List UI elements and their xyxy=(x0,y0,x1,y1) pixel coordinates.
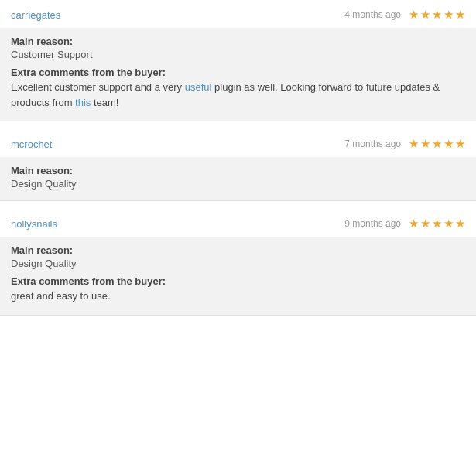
star-4: ★ xyxy=(443,217,454,231)
main-reason-value-3: Design Quality xyxy=(11,258,465,269)
star-3: ★ xyxy=(432,8,442,22)
link-this: this xyxy=(75,97,91,108)
extra-comment-text-3: great and easy to use. xyxy=(11,289,465,304)
star-1: ★ xyxy=(409,8,419,22)
gap-1 xyxy=(0,121,476,129)
star-3: ★ xyxy=(432,217,442,231)
review-block-2: mcrochet 7 months ago ★ ★ ★ ★ ★ Main rea… xyxy=(0,129,476,201)
main-reason-section-2: Main reason: Design Quality xyxy=(11,165,465,190)
main-reason-value-2: Design Quality xyxy=(11,178,465,190)
link-useful: useful xyxy=(185,81,212,93)
review-body-1: Main reason: Customer Support Extra comm… xyxy=(0,28,476,121)
review-header-3: hollysnails 9 months ago ★ ★ ★ ★ ★ xyxy=(0,209,476,237)
star-2: ★ xyxy=(420,8,430,22)
star-2: ★ xyxy=(420,137,430,151)
main-reason-section-1: Main reason: Customer Support xyxy=(11,36,465,60)
main-reason-value-1: Customer Support xyxy=(11,49,465,60)
star-4: ★ xyxy=(443,137,454,151)
review-date-3: 9 months ago xyxy=(344,218,401,229)
gap-2 xyxy=(0,201,476,209)
reviewer-name-2[interactable]: mcrochet xyxy=(11,139,52,150)
star-5: ★ xyxy=(455,137,465,151)
star-rating-1: ★ ★ ★ ★ ★ xyxy=(409,8,465,22)
review-header-2: mcrochet 7 months ago ★ ★ ★ ★ ★ xyxy=(0,129,476,157)
star-3: ★ xyxy=(432,137,442,151)
extra-comment-section-3: Extra comments from the buyer: great and… xyxy=(11,275,465,304)
review-body-2: Main reason: Design Quality xyxy=(0,157,476,200)
review-meta-2: 7 months ago ★ ★ ★ ★ ★ xyxy=(344,137,465,151)
extra-comment-label-1: Extra comments from the buyer: xyxy=(11,67,465,78)
extra-comment-section-1: Extra comments from the buyer: Excellent… xyxy=(11,67,465,110)
review-meta-3: 9 months ago ★ ★ ★ ★ ★ xyxy=(344,217,465,231)
extra-comment-label-3: Extra comments from the buyer: xyxy=(11,275,465,287)
extra-comment-text-1: Excellent customer support and a very us… xyxy=(11,80,465,110)
star-5: ★ xyxy=(455,217,465,231)
review-meta-1: 4 months ago ★ ★ ★ ★ ★ xyxy=(344,8,465,22)
star-rating-3: ★ ★ ★ ★ ★ xyxy=(409,217,465,231)
main-reason-label-2: Main reason: xyxy=(11,165,465,176)
main-reason-label-3: Main reason: xyxy=(11,245,465,256)
star-rating-2: ★ ★ ★ ★ ★ xyxy=(409,137,465,151)
review-block-1: carriegates 4 months ago ★ ★ ★ ★ ★ Main … xyxy=(0,0,476,121)
main-reason-label-1: Main reason: xyxy=(11,36,465,47)
reviewer-name-1[interactable]: carriegates xyxy=(11,9,60,21)
review-date-1: 4 months ago xyxy=(344,9,401,20)
star-4: ★ xyxy=(443,8,454,22)
star-1: ★ xyxy=(409,217,419,231)
star-2: ★ xyxy=(420,217,430,231)
review-body-3: Main reason: Design Quality Extra commen… xyxy=(0,237,476,315)
star-5: ★ xyxy=(455,8,465,22)
review-date-2: 7 months ago xyxy=(344,139,401,149)
star-1: ★ xyxy=(409,137,419,151)
main-reason-section-3: Main reason: Design Quality xyxy=(11,245,465,269)
review-header-1: carriegates 4 months ago ★ ★ ★ ★ ★ xyxy=(0,0,476,28)
review-block-3: hollysnails 9 months ago ★ ★ ★ ★ ★ Main … xyxy=(0,209,476,316)
reviewer-name-3[interactable]: hollysnails xyxy=(11,218,57,230)
